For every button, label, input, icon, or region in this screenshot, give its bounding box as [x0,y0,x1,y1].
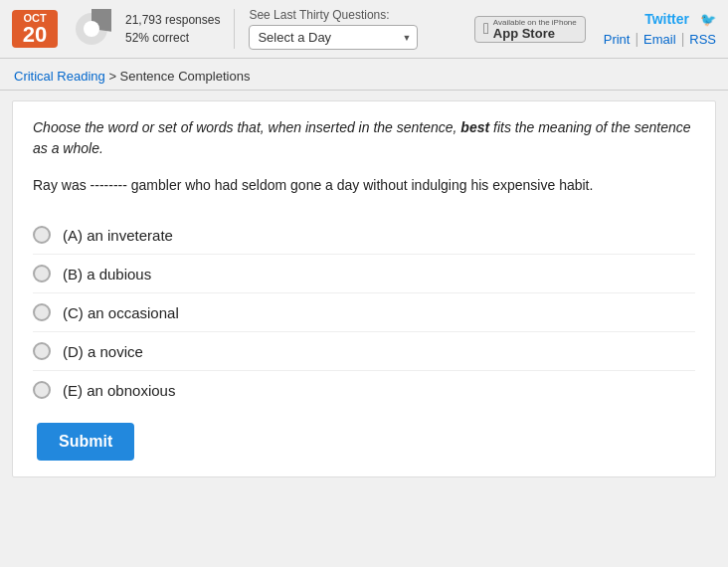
instructions-before: Choose the word or set of words that, wh… [33,119,460,135]
radio-option-C[interactable] [33,303,51,321]
select-day-wrapper: Select a Day [249,25,418,50]
pie-chart [72,9,111,49]
pipe-2: | [681,31,685,47]
header: Oct 20 21,793 responses 52% correct See … [0,0,728,59]
rss-link[interactable]: RSS [689,32,716,47]
list-item: (B) a dubious [33,255,695,293]
option-label-E: (E) an obnoxious [63,382,175,399]
list-item: (C) an occasional [33,293,695,332]
stats: 21,793 responses 52% correct [125,11,220,47]
breadcrumb-current: Sentence Completions [120,69,251,84]
breadcrumb-separator: > [105,69,120,84]
options-list: (A) an inveterate(B) a dubious(C) an occ… [33,216,695,409]
apple-icon:  [483,21,489,37]
instructions-bold: best [460,119,489,135]
radio-option-A[interactable] [33,226,51,244]
option-label-B: (B) a dubious [63,266,151,283]
main-content: Choose the word or set of words that, wh… [12,100,716,477]
app-store-label: App Store [493,27,577,40]
radio-option-D[interactable] [33,342,51,360]
print-link[interactable]: Print [604,32,631,47]
email-link[interactable]: Email [643,32,676,47]
list-item: (D) a novice [33,332,695,371]
breadcrumb-parent[interactable]: Critical Reading [14,69,105,84]
radio-option-B[interactable] [33,265,51,283]
list-item: (A) an inveterate [33,216,695,255]
see-last-label: See Last Thirty Questions: [249,8,418,22]
select-day-dropdown[interactable]: Select a Day [249,25,418,50]
submit-button[interactable]: Submit [37,423,134,461]
option-label-D: (D) a novice [63,343,143,360]
date-day: 20 [16,24,54,46]
list-item: (E) an obnoxious [33,371,695,409]
radio-option-E[interactable] [33,381,51,399]
date-badge: Oct 20 [12,10,58,48]
app-store-button[interactable]:  Available on the iPhone App Store [474,16,586,43]
pipe-1: | [635,31,638,47]
instructions: Choose the word or set of words that, wh… [33,117,695,159]
breadcrumb: Critical Reading > Sentence Completions [0,59,728,91]
question-text: Ray was -------- gambler who had seldom … [33,175,695,196]
twitter-link[interactable]: Twitter [644,11,689,27]
option-label-A: (A) an inveterate [63,227,173,244]
see-last-section: See Last Thirty Questions: Select a Day [249,8,418,50]
svg-point-2 [84,21,99,37]
app-store-text: Available on the iPhone App Store [493,19,577,40]
header-divider [234,9,235,49]
twitter-bird-icon: 🐦 [700,12,716,27]
correct-pct: 52% correct [125,29,220,47]
responses-count: 21,793 responses [125,11,220,29]
option-label-C: (C) an occasional [63,304,179,321]
